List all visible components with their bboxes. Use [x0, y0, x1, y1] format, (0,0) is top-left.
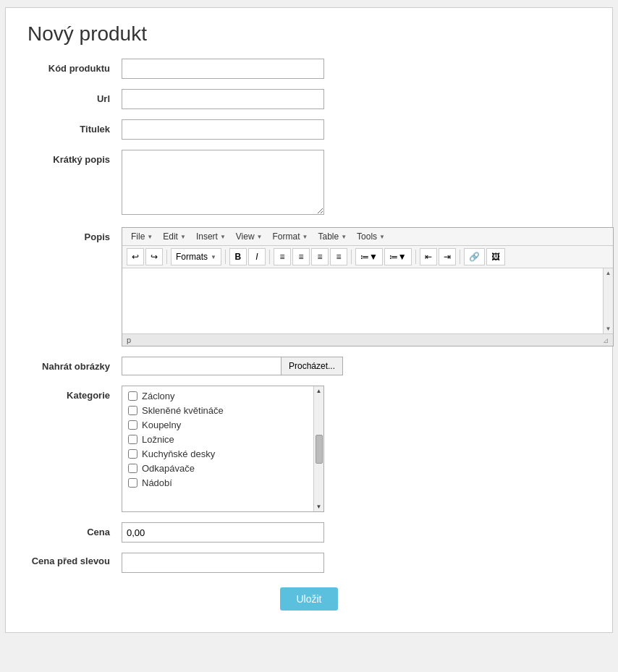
rte-redo-button[interactable]: ↪	[145, 248, 163, 265]
rte-vertical-scrollbar[interactable]: ▲ ▼	[603, 268, 613, 333]
kratky-popis-textarea[interactable]	[122, 150, 324, 215]
rte-separator-4	[351, 250, 352, 264]
rte-link-button[interactable]: 🔗	[464, 248, 485, 265]
url-row: Url	[27, 89, 591, 109]
file-input-text[interactable]	[122, 357, 281, 375]
rte-align-justify-button[interactable]: ≡	[330, 248, 347, 265]
titulek-row: Titulek	[27, 119, 591, 140]
rte-menu-table-arrow: ▼	[341, 234, 347, 240]
rte-menu-edit-arrow: ▼	[180, 234, 186, 240]
rte-menu-table[interactable]: Table ▼	[313, 230, 351, 243]
rte-separator-6	[460, 250, 460, 264]
category-checkbox-kuchynske[interactable]	[128, 449, 137, 459]
rte-menu-insert-arrow: ▼	[220, 234, 226, 240]
kratky-popis-field	[122, 150, 591, 217]
rte-separator-5	[415, 250, 416, 264]
list-item: Záclony	[128, 391, 309, 401]
category-scroll-down-arrow[interactable]: ▼	[316, 503, 322, 510]
rte-menu-tools-arrow: ▼	[379, 234, 385, 240]
rte-ordered-list-icon: ≔▼	[389, 252, 407, 262]
rte-indent-button[interactable]: ⇥	[439, 248, 456, 265]
cena-field	[122, 522, 591, 543]
category-label-nadohi: Nádobí	[142, 477, 172, 488]
rte-menu-view-arrow: ▼	[257, 234, 263, 240]
kod-produktu-input[interactable]	[122, 59, 324, 79]
rte-separator-1	[166, 250, 167, 264]
titulek-input[interactable]	[122, 119, 324, 140]
category-checkbox-loznice[interactable]	[128, 435, 137, 444]
popis-row: Popis File ▼ Edit ▼ Insert ▼	[27, 227, 591, 346]
cena-pred-slevou-input[interactable]	[122, 553, 324, 573]
category-label-odkapavace: Odkapávače	[142, 463, 195, 474]
rte-resize-handle[interactable]: ⊿	[603, 336, 609, 344]
rte-separator-2	[225, 250, 226, 264]
kod-produktu-row: Kód produktu	[27, 59, 591, 79]
rte-image-button[interactable]: 🖼	[486, 248, 505, 265]
rte-bold-button[interactable]: B	[229, 248, 247, 265]
rte-menu-format[interactable]: Format ▼	[268, 230, 313, 243]
rte-tag-indicator: p	[127, 336, 131, 344]
rte-menu-file-arrow: ▼	[147, 234, 153, 240]
rte-separator-3	[269, 250, 270, 264]
kategorie-row: Kategorie Záclony Skleněné květináče Kou…	[27, 386, 591, 512]
category-checkbox-zaclony[interactable]	[128, 391, 137, 401]
rte-menu-edit[interactable]: Edit ▼	[158, 230, 190, 243]
url-field	[122, 89, 591, 109]
kategorie-field: Záclony Skleněné květináče Koupelny Ložn…	[122, 386, 591, 512]
url-label: Url	[27, 89, 122, 104]
list-item: Kuchyňské desky	[128, 448, 309, 459]
list-item: Skleněné květináče	[128, 405, 309, 416]
cena-input[interactable]	[122, 522, 324, 543]
nahrat-obrazky-field: Procházet...	[122, 357, 591, 375]
rte-italic-button[interactable]: I	[248, 248, 266, 265]
category-scroll-up-arrow[interactable]: ▲	[316, 388, 322, 394]
category-list-wrapper: Záclony Skleněné květináče Koupelny Ložn…	[122, 386, 324, 512]
rte-scroll-down-arrow: ▼	[606, 326, 611, 332]
category-scroll-thumb[interactable]	[316, 435, 323, 464]
popis-field: File ▼ Edit ▼ Insert ▼ View ▼	[122, 227, 614, 346]
rte-formats-arrow: ▼	[211, 254, 216, 260]
page-title: Nový produkt	[27, 22, 591, 46]
category-checkbox-koupelny[interactable]	[128, 420, 137, 430]
rte-outdent-button[interactable]: ⇤	[420, 248, 437, 265]
nahrat-obrazky-label: Nahrát obrázky	[27, 357, 122, 372]
list-item: Koupelny	[128, 420, 309, 430]
rte-menubar: File ▼ Edit ▼ Insert ▼ View ▼	[122, 228, 613, 246]
save-button[interactable]: Uložit	[280, 587, 337, 611]
popis-label: Popis	[27, 227, 122, 242]
rte-align-right-button[interactable]: ≡	[311, 248, 329, 265]
category-label-zaclony: Záclony	[142, 391, 175, 401]
rte-editor: File ▼ Edit ▼ Insert ▼ View ▼	[122, 227, 614, 346]
category-checkbox-odkapavace[interactable]	[128, 464, 137, 473]
file-browse-button[interactable]: Procházet...	[281, 357, 343, 375]
rte-scroll-up-arrow: ▲	[606, 270, 611, 276]
rte-toolbar: ↩ ↪ Formats ▼ B I ≡ ≡ ≡ ≡	[122, 246, 613, 268]
category-checkbox-nadohi[interactable]	[128, 478, 137, 488]
rte-content-area[interactable]: ▲ ▼	[122, 268, 613, 333]
category-checkbox-sklenene[interactable]	[128, 406, 137, 415]
rte-align-left-button[interactable]: ≡	[274, 248, 291, 265]
cena-row: Cena	[27, 522, 591, 543]
rte-undo-button[interactable]: ↩	[127, 248, 144, 265]
kod-produktu-field	[122, 59, 591, 79]
cena-label: Cena	[27, 522, 122, 537]
cena-pred-slevou-field	[122, 553, 591, 573]
list-item: Ložnice	[128, 434, 309, 445]
url-input[interactable]	[122, 89, 324, 109]
rte-statusbar: p ⊿	[122, 333, 613, 346]
kratky-popis-row: Krátký popis	[27, 150, 591, 217]
rte-menu-insert[interactable]: Insert ▼	[192, 230, 230, 243]
rte-formats-dropdown[interactable]: Formats ▼	[171, 248, 221, 265]
nahrat-obrazky-row: Nahrát obrázky Procházet...	[27, 357, 591, 375]
rte-align-center-button[interactable]: ≡	[292, 248, 310, 265]
rte-menu-file[interactable]: File ▼	[127, 230, 157, 243]
titulek-field	[122, 119, 591, 140]
rte-unordered-list-icon: ≔▼	[360, 252, 378, 262]
rte-menu-view[interactable]: View ▼	[232, 230, 267, 243]
rte-unordered-list-button[interactable]: ≔▼	[355, 248, 383, 265]
rte-ordered-list-button[interactable]: ≔▼	[384, 248, 412, 265]
page-container: Nový produkt Kód produktu Url Titulek Kr…	[5, 7, 613, 633]
kategorie-label: Kategorie	[27, 386, 122, 401]
rte-menu-tools[interactable]: Tools ▼	[352, 230, 389, 243]
list-item: Odkapávače	[128, 463, 309, 474]
